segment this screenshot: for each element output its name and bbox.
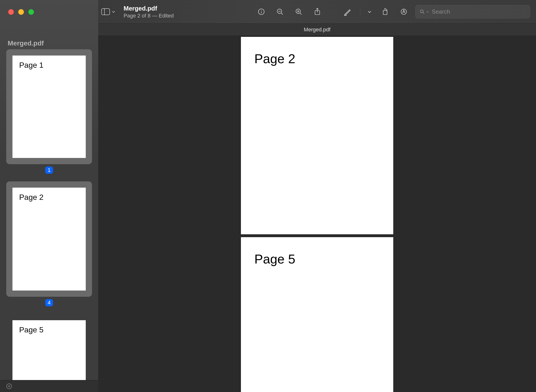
sidebar-document-title: Merged.pdf xyxy=(8,39,44,47)
rotate-icon xyxy=(381,8,389,16)
toolbar-left: Merged.pdf Page 2 of 8 — Edited xyxy=(101,5,174,19)
document-title-group: Merged.pdf Page 2 of 8 — Edited xyxy=(124,5,174,19)
main-area: Merged.pdf Page 2 of 8 — Edited xyxy=(98,0,536,392)
thumbnails-sidebar: Merged.pdf Page 1 1 Page 2 4 xyxy=(0,0,98,392)
thumbnail-item[interactable]: Page 5 xyxy=(0,314,98,380)
thumbnail-number-badge: 4 xyxy=(45,299,53,306)
highlight-button[interactable] xyxy=(397,5,411,19)
zoom-in-icon xyxy=(295,8,302,16)
search-field[interactable] xyxy=(415,5,530,18)
document-title: Merged.pdf xyxy=(124,5,174,12)
svg-line-12 xyxy=(300,13,302,15)
sidebar-footer xyxy=(0,380,98,392)
thumbnail-number-badge: 1 xyxy=(45,167,53,174)
thumbnail-frame[interactable]: Page 1 xyxy=(6,49,92,164)
page-content-label: Page 2 xyxy=(254,51,295,66)
zoom-in-button[interactable] xyxy=(291,5,306,19)
document-page[interactable]: Page 5 xyxy=(241,237,393,392)
thumbnail-page: Page 2 xyxy=(12,188,86,291)
search-input[interactable] xyxy=(432,8,526,15)
share-button[interactable] xyxy=(310,5,325,19)
zoom-out-button[interactable] xyxy=(273,5,287,19)
document-page[interactable]: Page 2 xyxy=(241,37,393,234)
page-stack: Page 2 Page 5 xyxy=(241,36,393,392)
toolbar-separator xyxy=(360,7,360,16)
markup-icon xyxy=(343,8,352,16)
markup-menu-button[interactable] xyxy=(365,5,374,19)
window-controls xyxy=(8,9,34,15)
search-icon xyxy=(419,9,425,15)
svg-point-20 xyxy=(420,10,423,13)
markup-button[interactable] xyxy=(340,5,355,19)
svg-line-9 xyxy=(281,13,283,15)
zoom-out-icon xyxy=(276,8,284,16)
tab-bar: Merged.pdf xyxy=(98,23,536,36)
svg-point-7 xyxy=(261,10,262,11)
page-content-label: Page 5 xyxy=(254,252,295,266)
share-icon xyxy=(314,8,321,16)
rotate-button[interactable] xyxy=(378,5,392,19)
thumbnail-frame[interactable]: Page 2 xyxy=(6,181,92,297)
thumbnail-page-label: Page 1 xyxy=(19,61,43,69)
svg-rect-18 xyxy=(383,11,387,15)
window-close-button[interactable] xyxy=(8,9,14,15)
tab-document[interactable]: Merged.pdf xyxy=(304,27,330,33)
thumbnail-frame[interactable]: Page 5 xyxy=(6,314,92,380)
thumbnail-item[interactable]: Page 2 4 xyxy=(0,181,98,306)
sidebar-toggle-button[interactable] xyxy=(101,8,115,15)
svg-line-21 xyxy=(423,12,424,14)
document-viewer[interactable]: Page 2 Page 5 xyxy=(98,36,536,392)
chevron-down-icon xyxy=(112,10,115,14)
info-icon xyxy=(257,8,265,16)
thumbnail-page-label: Page 5 xyxy=(19,325,43,334)
thumbnail-page: Page 1 xyxy=(12,56,86,158)
window-minimize-button[interactable] xyxy=(18,9,24,15)
toolbar: Merged.pdf Page 2 of 8 — Edited xyxy=(98,0,536,23)
chevron-down-icon xyxy=(367,10,372,14)
info-button[interactable] xyxy=(254,5,268,19)
thumbnail-page: Page 5 xyxy=(12,320,86,380)
add-page-icon[interactable] xyxy=(6,383,12,390)
search-chevron-icon xyxy=(426,10,429,13)
thumbnail-item[interactable]: Page 1 1 xyxy=(0,49,98,174)
highlight-icon xyxy=(400,8,407,15)
app-window: Merged.pdf Page 1 1 Page 2 4 xyxy=(0,0,536,392)
window-fullscreen-button[interactable] xyxy=(28,9,34,15)
thumbnail-page-label: Page 2 xyxy=(19,193,43,202)
document-subtitle: Page 2 of 8 — Edited xyxy=(124,13,174,19)
thumbnail-list[interactable]: Page 1 1 Page 2 4 Page 5 xyxy=(0,48,98,380)
svg-rect-3 xyxy=(102,9,110,15)
